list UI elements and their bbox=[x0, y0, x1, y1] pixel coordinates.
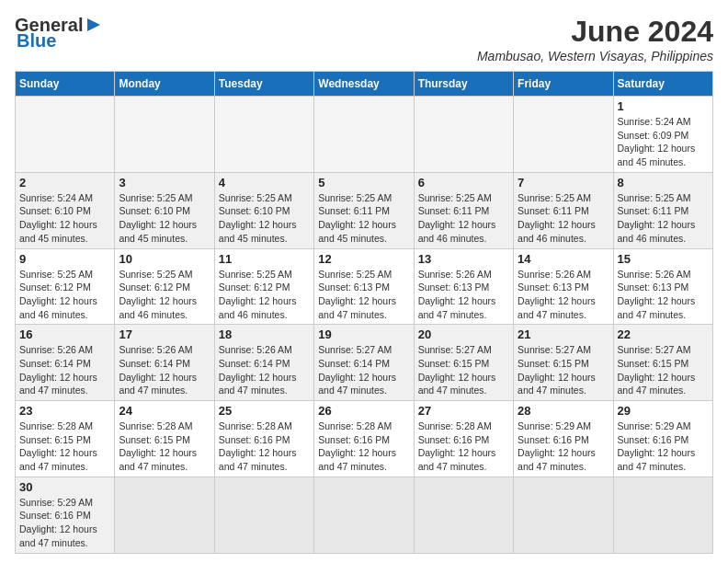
day-info: Sunrise: 5:26 AM Sunset: 6:13 PM Dayligh… bbox=[618, 268, 709, 322]
calendar-cell bbox=[414, 97, 513, 173]
day-number: 6 bbox=[418, 176, 509, 190]
day-info: Sunrise: 5:24 AM Sunset: 6:09 PM Dayligh… bbox=[618, 115, 709, 169]
weekday-tuesday: Tuesday bbox=[214, 72, 313, 97]
day-number: 12 bbox=[318, 252, 409, 266]
week-row-2: 2Sunrise: 5:24 AM Sunset: 6:10 PM Daylig… bbox=[16, 172, 713, 248]
location: Mambusao, Western Visayas, Philippines bbox=[477, 49, 713, 63]
day-number: 23 bbox=[19, 404, 110, 418]
day-info: Sunrise: 5:25 AM Sunset: 6:11 PM Dayligh… bbox=[418, 191, 509, 246]
day-info: Sunrise: 5:28 AM Sunset: 6:16 PM Dayligh… bbox=[418, 419, 509, 474]
calendar-cell: 17Sunrise: 5:26 AM Sunset: 6:14 PM Dayli… bbox=[115, 325, 214, 401]
calendar-cell: 28Sunrise: 5:29 AM Sunset: 6:16 PM Dayli… bbox=[514, 401, 613, 477]
svg-marker-0 bbox=[87, 18, 100, 31]
day-info: Sunrise: 5:29 AM Sunset: 6:16 PM Dayligh… bbox=[19, 496, 110, 550]
week-row-5: 23Sunrise: 5:28 AM Sunset: 6:15 PM Dayli… bbox=[16, 401, 713, 477]
day-info: Sunrise: 5:26 AM Sunset: 6:14 PM Dayligh… bbox=[19, 343, 110, 397]
weekday-monday: Monday bbox=[115, 72, 214, 97]
day-number: 8 bbox=[618, 176, 709, 190]
day-number: 25 bbox=[219, 404, 310, 418]
weekday-sunday: Sunday bbox=[16, 72, 115, 97]
calendar-cell: 13Sunrise: 5:26 AM Sunset: 6:13 PM Dayli… bbox=[414, 248, 513, 325]
calendar-cell: 20Sunrise: 5:27 AM Sunset: 6:15 PM Dayli… bbox=[414, 325, 513, 401]
calendar-cell bbox=[214, 97, 313, 173]
day-number: 3 bbox=[119, 176, 210, 190]
calendar-cell: 15Sunrise: 5:26 AM Sunset: 6:13 PM Dayli… bbox=[613, 248, 712, 325]
calendar-cell: 6Sunrise: 5:25 AM Sunset: 6:11 PM Daylig… bbox=[414, 172, 513, 248]
day-info: Sunrise: 5:29 AM Sunset: 6:16 PM Dayligh… bbox=[618, 419, 709, 474]
day-info: Sunrise: 5:25 AM Sunset: 6:10 PM Dayligh… bbox=[119, 191, 210, 246]
calendar-cell: 9Sunrise: 5:25 AM Sunset: 6:12 PM Daylig… bbox=[16, 248, 115, 325]
calendar-cell: 18Sunrise: 5:26 AM Sunset: 6:14 PM Dayli… bbox=[214, 325, 313, 401]
day-number: 24 bbox=[119, 404, 210, 418]
calendar-cell bbox=[16, 97, 115, 173]
weekday-friday: Friday bbox=[514, 72, 613, 97]
calendar-cell bbox=[314, 477, 414, 553]
month-title: June 2024 bbox=[477, 15, 713, 49]
calendar-cell bbox=[115, 477, 214, 553]
calendar-cell: 26Sunrise: 5:28 AM Sunset: 6:16 PM Dayli… bbox=[314, 401, 414, 477]
day-info: Sunrise: 5:25 AM Sunset: 6:11 PM Dayligh… bbox=[318, 191, 409, 246]
calendar-cell: 1Sunrise: 5:24 AM Sunset: 6:09 PM Daylig… bbox=[613, 97, 712, 173]
calendar-cell: 7Sunrise: 5:25 AM Sunset: 6:11 PM Daylig… bbox=[514, 172, 613, 248]
day-info: Sunrise: 5:26 AM Sunset: 6:14 PM Dayligh… bbox=[119, 343, 210, 397]
calendar-cell: 21Sunrise: 5:27 AM Sunset: 6:15 PM Dayli… bbox=[514, 325, 613, 401]
calendar-cell bbox=[613, 477, 712, 553]
weekday-wednesday: Wednesday bbox=[314, 72, 414, 97]
week-row-3: 9Sunrise: 5:25 AM Sunset: 6:12 PM Daylig… bbox=[16, 248, 713, 325]
week-row-1: 1Sunrise: 5:24 AM Sunset: 6:09 PM Daylig… bbox=[16, 97, 713, 173]
day-number: 21 bbox=[518, 327, 609, 341]
day-number: 22 bbox=[618, 327, 709, 341]
day-info: Sunrise: 5:27 AM Sunset: 6:15 PM Dayligh… bbox=[418, 343, 509, 397]
calendar-cell bbox=[214, 477, 313, 553]
day-info: Sunrise: 5:26 AM Sunset: 6:13 PM Dayligh… bbox=[518, 268, 609, 322]
day-info: Sunrise: 5:25 AM Sunset: 6:11 PM Dayligh… bbox=[518, 191, 609, 246]
calendar-cell: 29Sunrise: 5:29 AM Sunset: 6:16 PM Dayli… bbox=[613, 401, 712, 477]
day-number: 14 bbox=[518, 252, 609, 266]
day-number: 9 bbox=[19, 252, 110, 266]
day-info: Sunrise: 5:25 AM Sunset: 6:12 PM Dayligh… bbox=[219, 268, 310, 322]
day-info: Sunrise: 5:27 AM Sunset: 6:15 PM Dayligh… bbox=[618, 343, 709, 397]
day-number: 4 bbox=[219, 176, 310, 190]
calendar-cell: 12Sunrise: 5:25 AM Sunset: 6:13 PM Dayli… bbox=[314, 248, 414, 325]
calendar-cell bbox=[314, 97, 414, 173]
day-info: Sunrise: 5:25 AM Sunset: 6:12 PM Dayligh… bbox=[119, 268, 210, 322]
calendar-cell: 25Sunrise: 5:28 AM Sunset: 6:16 PM Dayli… bbox=[214, 401, 313, 477]
day-number: 11 bbox=[219, 252, 310, 266]
day-info: Sunrise: 5:28 AM Sunset: 6:15 PM Dayligh… bbox=[19, 419, 110, 474]
day-number: 17 bbox=[119, 327, 210, 341]
calendar-cell: 3Sunrise: 5:25 AM Sunset: 6:10 PM Daylig… bbox=[115, 172, 214, 248]
weekday-saturday: Saturday bbox=[613, 72, 712, 97]
calendar-cell: 4Sunrise: 5:25 AM Sunset: 6:10 PM Daylig… bbox=[214, 172, 313, 248]
day-number: 30 bbox=[19, 480, 110, 494]
calendar-cell: 10Sunrise: 5:25 AM Sunset: 6:12 PM Dayli… bbox=[115, 248, 214, 325]
day-info: Sunrise: 5:27 AM Sunset: 6:14 PM Dayligh… bbox=[318, 343, 409, 397]
logo-triangle-icon bbox=[84, 15, 104, 35]
calendar-cell bbox=[514, 97, 613, 173]
calendar-cell: 24Sunrise: 5:28 AM Sunset: 6:15 PM Dayli… bbox=[115, 401, 214, 477]
calendar-cell: 5Sunrise: 5:25 AM Sunset: 6:11 PM Daylig… bbox=[314, 172, 414, 248]
calendar-cell: 30Sunrise: 5:29 AM Sunset: 6:16 PM Dayli… bbox=[16, 477, 115, 553]
day-info: Sunrise: 5:28 AM Sunset: 6:15 PM Dayligh… bbox=[119, 419, 210, 474]
day-info: Sunrise: 5:25 AM Sunset: 6:10 PM Dayligh… bbox=[219, 191, 310, 246]
day-number: 26 bbox=[318, 404, 409, 418]
day-info: Sunrise: 5:25 AM Sunset: 6:11 PM Dayligh… bbox=[618, 191, 709, 246]
day-number: 15 bbox=[618, 252, 709, 266]
day-number: 29 bbox=[618, 404, 709, 418]
day-number: 10 bbox=[119, 252, 210, 266]
day-number: 13 bbox=[418, 252, 509, 266]
title-block: June 2024 Mambusao, Western Visayas, Phi… bbox=[477, 15, 713, 63]
weekday-header-row: SundayMondayTuesdayWednesdayThursdayFrid… bbox=[16, 72, 713, 97]
day-number: 28 bbox=[518, 404, 609, 418]
day-info: Sunrise: 5:26 AM Sunset: 6:13 PM Dayligh… bbox=[418, 268, 509, 322]
day-info: Sunrise: 5:27 AM Sunset: 6:15 PM Dayligh… bbox=[518, 343, 609, 397]
weekday-thursday: Thursday bbox=[414, 72, 513, 97]
calendar-cell: 23Sunrise: 5:28 AM Sunset: 6:15 PM Dayli… bbox=[16, 401, 115, 477]
day-number: 7 bbox=[518, 176, 609, 190]
day-number: 20 bbox=[418, 327, 509, 341]
week-row-6: 30Sunrise: 5:29 AM Sunset: 6:16 PM Dayli… bbox=[16, 477, 713, 553]
logo-blue-text: Blue bbox=[17, 30, 56, 52]
calendar-cell bbox=[115, 97, 214, 173]
logo: General Blue bbox=[15, 15, 104, 52]
calendar-cell: 22Sunrise: 5:27 AM Sunset: 6:15 PM Dayli… bbox=[613, 325, 712, 401]
day-number: 1 bbox=[618, 99, 709, 113]
